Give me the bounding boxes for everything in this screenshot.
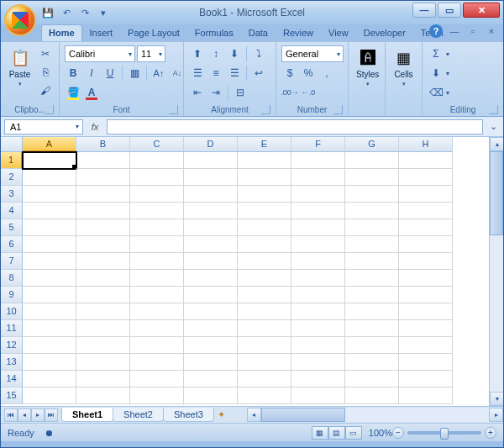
cell[interactable]	[291, 203, 345, 219]
cell[interactable]	[399, 236, 453, 253]
cell[interactable]	[399, 169, 453, 186]
cell[interactable]	[291, 152, 345, 169]
cell[interactable]	[130, 253, 184, 270]
cell[interactable]	[345, 169, 399, 186]
cell[interactable]	[130, 203, 184, 219]
column-header[interactable]: H	[399, 137, 453, 152]
cell[interactable]	[399, 337, 453, 354]
cells-button[interactable]: ▦ Cells ▾	[391, 45, 417, 90]
align-top-icon[interactable]: ⬆	[189, 45, 206, 62]
autosum-icon[interactable]: Σ	[428, 45, 444, 62]
cell[interactable]	[399, 371, 453, 387]
cell[interactable]	[23, 186, 76, 203]
cell[interactable]	[291, 253, 345, 270]
page-layout-view-icon[interactable]: ▤	[328, 426, 345, 440]
row-header[interactable]: 15	[1, 387, 23, 404]
cell[interactable]	[399, 387, 453, 404]
decrease-indent-icon[interactable]: ⇤	[189, 84, 206, 101]
cell[interactable]	[238, 219, 291, 236]
row-header[interactable]: 10	[1, 303, 23, 320]
column-header[interactable]: B	[76, 137, 130, 152]
page-break-view-icon[interactable]: ▭	[345, 426, 362, 440]
sheet-tab-1[interactable]: Sheet1	[61, 408, 113, 422]
help-icon[interactable]: ?	[429, 24, 443, 38]
row-header[interactable]: 8	[1, 270, 23, 287]
close-button[interactable]: ✕	[463, 3, 500, 18]
cell[interactable]	[23, 303, 76, 320]
cell[interactable]	[76, 219, 130, 236]
cell[interactable]	[238, 371, 291, 387]
cell[interactable]	[238, 337, 291, 354]
tab-home[interactable]: Home	[41, 24, 82, 41]
cell[interactable]	[345, 337, 399, 354]
cell[interactable]	[130, 219, 184, 236]
cell[interactable]	[184, 152, 238, 169]
prev-sheet-icon[interactable]: ◂	[18, 408, 31, 422]
cell[interactable]	[130, 337, 184, 354]
cell[interactable]	[130, 152, 184, 169]
cell[interactable]	[238, 186, 291, 203]
cell[interactable]	[399, 152, 453, 169]
cell[interactable]	[345, 270, 399, 287]
name-box[interactable]: A1	[4, 119, 83, 134]
cell[interactable]	[238, 387, 291, 404]
cell[interactable]	[399, 186, 453, 203]
cell[interactable]	[291, 354, 345, 371]
cell[interactable]	[23, 152, 76, 169]
cell[interactable]	[291, 186, 345, 203]
row-header[interactable]: 13	[1, 354, 23, 371]
cell[interactable]	[291, 236, 345, 253]
tab-view[interactable]: View	[321, 24, 356, 41]
cell[interactable]	[184, 354, 238, 371]
cell[interactable]	[130, 169, 184, 186]
cell[interactable]	[76, 169, 130, 186]
increase-font-icon[interactable]: A↑	[150, 65, 167, 82]
cell[interactable]	[23, 371, 76, 387]
cell[interactable]	[238, 236, 291, 253]
maximize-button[interactable]: ▭	[438, 3, 461, 18]
scroll-thumb[interactable]	[490, 151, 503, 235]
cell[interactable]	[291, 320, 345, 337]
cell[interactable]	[184, 270, 238, 287]
expand-formula-bar-icon[interactable]: ⌄	[486, 121, 500, 132]
cell[interactable]	[130, 270, 184, 287]
cell[interactable]	[345, 371, 399, 387]
row-header[interactable]: 5	[1, 219, 23, 236]
select-all-corner[interactable]	[1, 137, 23, 152]
column-header[interactable]: E	[238, 137, 291, 152]
scroll-up-icon[interactable]: ▴	[490, 137, 504, 151]
cell[interactable]	[130, 303, 184, 320]
sheet-tab-3[interactable]: Sheet3	[163, 408, 214, 422]
office-button[interactable]	[4, 4, 36, 36]
tab-developer[interactable]: Developer	[356, 24, 413, 41]
cell[interactable]	[238, 354, 291, 371]
cell[interactable]	[184, 337, 238, 354]
qat-customize-icon[interactable]: ▾	[97, 6, 110, 19]
align-right-icon[interactable]: ☰	[226, 65, 243, 82]
cell[interactable]	[399, 203, 453, 219]
align-left-icon[interactable]: ☰	[189, 65, 206, 82]
cell[interactable]	[23, 354, 76, 371]
cell[interactable]	[399, 270, 453, 287]
merge-icon[interactable]: ⊟	[232, 84, 249, 101]
cell[interactable]	[76, 387, 130, 404]
cell[interactable]	[238, 203, 291, 219]
wrap-text-icon[interactable]: ↩	[250, 65, 267, 82]
font-color-icon[interactable]: A	[83, 84, 100, 101]
fx-icon[interactable]: fx	[87, 122, 103, 132]
cell[interactable]	[184, 287, 238, 303]
normal-view-icon[interactable]: ▦	[312, 426, 328, 440]
sheet-tab-2[interactable]: Sheet2	[113, 408, 164, 422]
cell[interactable]	[345, 186, 399, 203]
currency-icon[interactable]: $	[281, 65, 298, 82]
cell[interactable]	[184, 236, 238, 253]
cell[interactable]	[291, 337, 345, 354]
cell[interactable]	[399, 287, 453, 303]
cell[interactable]	[345, 320, 399, 337]
cell[interactable]	[184, 371, 238, 387]
column-header[interactable]: D	[184, 137, 238, 152]
fill-color-icon[interactable]: 🪣	[65, 84, 81, 101]
align-middle-icon[interactable]: ↕	[207, 45, 224, 62]
cell[interactable]	[399, 320, 453, 337]
cell[interactable]	[291, 219, 345, 236]
